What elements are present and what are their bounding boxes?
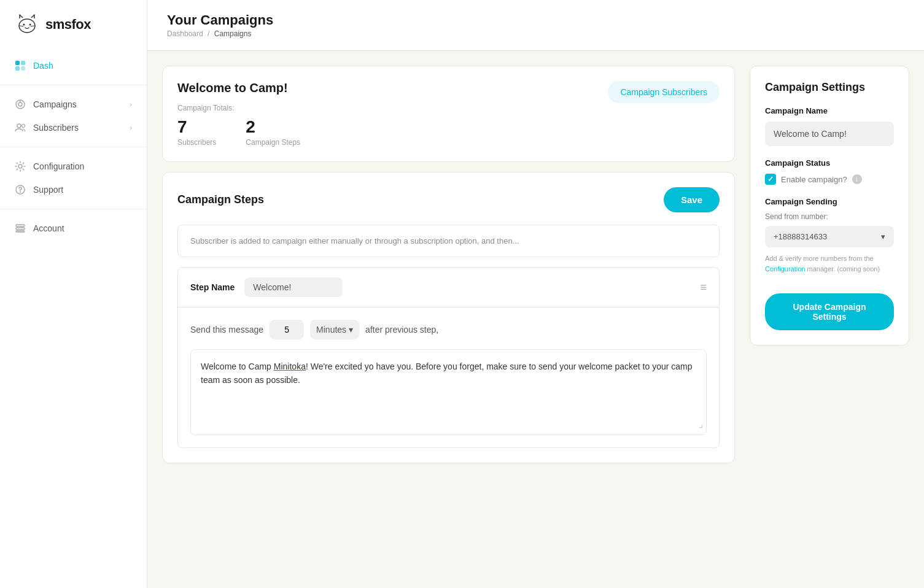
enable-campaign-checkbox[interactable] (765, 174, 776, 185)
svg-point-10 (17, 124, 21, 128)
phone-number-chevron-icon: ▾ (881, 232, 885, 241)
svg-point-14 (20, 191, 21, 193)
sidebar-item-subscribers-label: Subscribers (33, 123, 122, 133)
step-message-area[interactable]: Welcome to Camp Minitoka! We're excited … (190, 349, 707, 435)
right-panel: Campaign Settings Campaign Name Welcome … (750, 66, 909, 573)
breadcrumb-separator: / (208, 29, 209, 38)
after-previous-step-label: after previous step, (365, 325, 438, 335)
step-name-label: Step Name (190, 282, 235, 292)
campaign-totals-label: Campaign Totals: (177, 104, 300, 112)
svg-rect-16 (16, 228, 25, 230)
enable-info-icon[interactable]: i (852, 174, 862, 184)
step-unit-chevron-icon: ▾ (349, 325, 353, 335)
svg-rect-3 (15, 61, 20, 65)
step-menu-icon[interactable]: ≡ (700, 281, 707, 294)
content-area: Welcome to Camp! Campaign Totals: 7 Subs… (147, 51, 924, 588)
campaign-name-display: Welcome to Camp! (765, 122, 894, 146)
stat-subscribers-value: 7 (177, 117, 216, 137)
campaign-steps-card: Campaign Steps Save Subscriber is added … (162, 172, 735, 463)
svg-point-1 (23, 24, 25, 26)
phone-number-select[interactable]: +18888314633 ▾ (765, 226, 894, 247)
settings-note-text: Add & verify more numbers from the (765, 255, 874, 262)
support-icon (15, 184, 26, 195)
stat-subscribers-label: Subscribers (177, 138, 216, 147)
svg-rect-6 (21, 66, 25, 71)
sidebar-nav: Dash Campaigns › Subscribers › (0, 49, 147, 245)
breadcrumb-current: Campaigns (214, 29, 252, 38)
configuration-icon (15, 161, 26, 172)
enable-campaign-row: Enable campaign? i (765, 174, 894, 185)
sidebar-item-support[interactable]: Support (0, 178, 147, 201)
campaign-name-label: Campaign Name (765, 106, 894, 115)
logo-text: smsfox (45, 17, 91, 33)
subscribers-chevron-icon: › (130, 124, 132, 131)
nav-divider-2 (0, 147, 147, 147)
breadcrumb-root[interactable]: Dashboard (167, 29, 203, 38)
settings-card: Campaign Settings Campaign Name Welcome … (750, 66, 909, 346)
configuration-link[interactable]: Configuration (765, 265, 805, 273)
svg-point-12 (18, 164, 22, 168)
svg-point-11 (22, 125, 25, 128)
settings-note: Add & verify more numbers from the Confi… (765, 253, 894, 274)
campaign-header-left: Welcome to Camp! Campaign Totals: 7 Subs… (177, 81, 300, 147)
campaigns-chevron-icon: › (130, 101, 132, 108)
stat-steps: 2 Campaign Steps (246, 117, 300, 147)
page-title: Your Campaigns (167, 12, 904, 28)
svg-rect-17 (16, 231, 25, 232)
step-unit-value: Minutes (316, 325, 346, 335)
step-unit-select[interactable]: Minutes ▾ (310, 320, 359, 339)
svg-rect-15 (16, 225, 25, 226)
update-campaign-settings-button[interactable]: Update Campaign Settings (765, 293, 894, 330)
enable-campaign-label: Enable campaign? (781, 175, 847, 184)
sidebar-item-configuration[interactable]: Configuration (0, 155, 147, 178)
logo-area: smsfox (0, 0, 147, 49)
campaign-sending-label: Campaign Sending (765, 197, 894, 206)
step-send-row: Send this message Minutes ▾ after previo… (190, 320, 707, 339)
stat-steps-value: 2 (246, 117, 300, 137)
step-block: Step Name ≡ Send this message Minutes ▾ (177, 267, 720, 448)
top-header: Your Campaigns Dashboard / Campaigns (147, 0, 924, 51)
step-name-input[interactable] (244, 277, 343, 297)
svg-point-8 (18, 103, 22, 106)
step-block-header: Step Name ≡ (178, 268, 719, 308)
steps-title: Campaign Steps (177, 193, 264, 206)
step-info-box: Subscriber is added to campaign either m… (177, 225, 720, 257)
send-this-message-label: Send this message (190, 325, 263, 335)
stat-subscribers: 7 Subscribers (177, 117, 216, 147)
sidebar-item-dash[interactable]: Dash (0, 54, 147, 77)
account-icon (15, 223, 26, 234)
logo-icon (15, 12, 39, 37)
message-minitoka: Minitoka (274, 362, 306, 371)
sidebar-item-campaigns[interactable]: Campaigns › (0, 93, 147, 116)
svg-rect-4 (21, 61, 25, 65)
campaign-status-section: Campaign Status Enable campaign? i (765, 158, 894, 185)
campaign-sending-section: Campaign Sending Send from number: +1888… (765, 197, 894, 274)
step-delay-input[interactable] (270, 320, 304, 339)
resize-handle-icon: ⌟ (699, 416, 704, 432)
sidebar: smsfox Dash Campaigns › (0, 0, 147, 588)
sidebar-item-support-label: Support (33, 185, 132, 195)
sidebar-item-account[interactable]: Account (0, 217, 147, 240)
step-block-body: Send this message Minutes ▾ after previo… (178, 308, 719, 447)
send-from-label: Send from number: (765, 212, 894, 221)
nav-divider-3 (0, 209, 147, 209)
steps-card-header: Campaign Steps Save (177, 187, 720, 212)
campaign-header-card: Welcome to Camp! Campaign Totals: 7 Subs… (162, 66, 735, 162)
sidebar-item-subscribers[interactable]: Subscribers › (0, 116, 147, 139)
stat-steps-label: Campaign Steps (246, 138, 300, 147)
sidebar-item-campaigns-label: Campaigns (33, 99, 122, 109)
campaign-subscribers-button[interactable]: Campaign Subscribers (608, 81, 720, 103)
save-button[interactable]: Save (664, 187, 720, 212)
step-info-text: Subscriber is added to campaign either m… (190, 236, 519, 246)
svg-point-2 (29, 24, 31, 26)
left-panel: Welcome to Camp! Campaign Totals: 7 Subs… (162, 66, 735, 573)
nav-divider-1 (0, 85, 147, 85)
dash-icon (15, 60, 26, 71)
settings-title: Campaign Settings (765, 81, 894, 94)
subscribers-icon (15, 122, 26, 133)
settings-note-suffix: manager. (coming soon) (807, 265, 880, 273)
campaign-stats: 7 Subscribers 2 Campaign Steps (177, 117, 300, 147)
campaigns-icon (15, 99, 26, 110)
campaign-status-label: Campaign Status (765, 158, 894, 168)
sidebar-item-dash-label: Dash (33, 61, 132, 71)
